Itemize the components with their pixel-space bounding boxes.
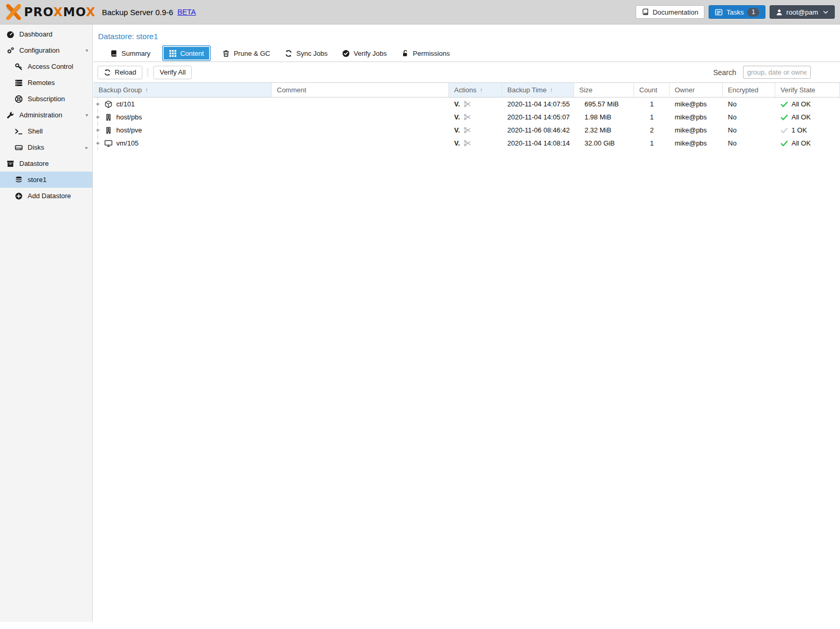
verify-action[interactable]: V. [454, 100, 460, 108]
column-header-verify-state[interactable]: Verify State [775, 83, 840, 97]
sidebar-item-add-datastore[interactable]: Add Datastore [0, 188, 92, 204]
sidebar-item-subscription[interactable]: Subscription [0, 91, 92, 107]
verify-state-text: All OK [792, 113, 811, 121]
verify-action[interactable]: V. [454, 113, 460, 121]
row-expander[interactable]: + [93, 111, 102, 124]
column-header-actions[interactable]: Actions ↑ [449, 83, 502, 97]
dashboard-icon [6, 30, 15, 39]
sidebar-item-remotes[interactable]: Remotes [0, 75, 92, 91]
column-label: Verify State [781, 86, 815, 94]
tab-verify-jobs[interactable]: Verify Jobs [339, 45, 390, 61]
sidebar-item-datastore[interactable]: Datastore [0, 155, 92, 172]
column-header-encrypted[interactable]: Encrypted [723, 83, 775, 97]
column-header-backup-group[interactable]: Backup Group ↑ [93, 83, 272, 97]
backup-group-name: ct/101 [116, 100, 135, 108]
sidebar-item-configuration[interactable]: Configuration ▾ [0, 42, 92, 58]
sidebar-item-label: Remotes [28, 79, 55, 87]
tab-label: Sync Jobs [296, 50, 327, 57]
tab-bar: Summary Content Prune & GC Sync Jobs [93, 41, 840, 62]
row-expander[interactable]: + [93, 98, 102, 111]
terminal-icon [15, 127, 23, 136]
column-label: Comment [277, 86, 306, 94]
beta-link[interactable]: BETA [177, 8, 196, 16]
comment-cell [272, 124, 449, 137]
search-input[interactable] [743, 66, 811, 79]
comment-cell [272, 137, 449, 150]
tasks-button[interactable]: Tasks 1 [709, 5, 765, 19]
column-header-owner[interactable]: Owner [669, 83, 723, 97]
chevron-down-icon [823, 9, 829, 15]
owner-cell: mike@pbs [669, 98, 723, 111]
tab-content[interactable]: Content [162, 45, 211, 61]
page-title: Datastore: store1 [93, 25, 840, 41]
column-header-comment[interactable]: Comment [272, 83, 449, 97]
prune-scissors-icon[interactable] [464, 139, 471, 147]
owner-cell: mike@pbs [669, 124, 723, 137]
column-header-size[interactable]: Size [574, 83, 634, 97]
sidebar-item-dashboard[interactable]: Dashboard [0, 26, 92, 42]
table-row[interactable]: + vm/105 V. 2020-11-04 14:08:14 32.00 Gi… [93, 137, 840, 150]
sidebar-item-administration[interactable]: Administration ▾ [0, 107, 92, 123]
tab-permissions[interactable]: Permissions [398, 45, 453, 61]
tab-prune-gc[interactable]: Prune & GC [219, 45, 273, 61]
sidebar-item-label: Add Datastore [28, 192, 71, 200]
column-header-backup-time[interactable]: Backup Time ↑ [502, 83, 574, 97]
sidebar-item-label: Datastore [19, 160, 48, 167]
size-cell: 695.57 MiB [574, 98, 634, 111]
backup-group-name: vm/105 [116, 139, 139, 147]
verify-action[interactable]: V. [454, 139, 460, 147]
row-expander[interactable]: + [93, 137, 102, 150]
tab-summary[interactable]: Summary [107, 45, 154, 61]
disk-icon [15, 143, 23, 152]
backup-time-cell: 2020-11-06 08:46:42 [502, 124, 574, 137]
sidebar-item-store1[interactable]: store1 [0, 172, 92, 188]
unlock-icon [401, 50, 409, 57]
verify-all-button[interactable]: Verify All [153, 66, 192, 79]
reload-button[interactable]: Reload [98, 66, 142, 79]
column-label: Encrypted [728, 86, 759, 94]
count-cell: 1 [634, 111, 669, 124]
prune-scissors-icon[interactable] [464, 126, 471, 134]
table-row[interactable]: + host/pve V. 2020-11-06 08:46:42 2.32 M… [93, 124, 840, 137]
sidebar-item-shell[interactable]: Shell [0, 123, 92, 139]
verify-action[interactable]: V. [454, 126, 460, 134]
documentation-button[interactable]: Documentation [636, 5, 704, 19]
table-row[interactable]: + ct/101 V. 2020-11-04 14:07:55 695.57 M… [93, 98, 840, 111]
tasks-label: Tasks [726, 8, 744, 16]
tab-label: Permissions [413, 50, 450, 57]
size-cell: 2.32 MiB [574, 124, 634, 137]
expand-arrow-icon[interactable]: ▸ [86, 144, 88, 150]
row-expander[interactable]: + [93, 124, 102, 137]
backup-group-name: host/pbs [116, 113, 142, 121]
sort-asc-icon: ↑ [145, 87, 148, 94]
tab-label: Summary [121, 50, 151, 57]
column-header-count[interactable]: Count [634, 83, 669, 97]
table-row[interactable]: + host/pbs V. 2020-11-04 14:05:07 1.98 M… [93, 111, 840, 124]
user-menu-button[interactable]: root@pam [770, 5, 835, 19]
size-cell: 32.00 GiB [574, 137, 634, 150]
wrench-icon [6, 111, 15, 119]
prune-scissors-icon[interactable] [464, 100, 471, 108]
verify-all-label: Verify All [160, 68, 186, 76]
sidebar-item-label: Configuration [19, 46, 59, 54]
topbar: PROXMOX Backup Server 0.9-6 BETA Documen… [0, 0, 840, 25]
check-icon [781, 114, 788, 121]
tab-label: Prune & GC [234, 50, 270, 57]
topbar-actions: Documentation Tasks 1 root@pam [636, 5, 835, 19]
sidebar-item-label: Access Control [28, 63, 73, 70]
table-header: Backup Group ↑ Comment Actions ↑ Backup … [93, 82, 840, 98]
verify-state-text: All OK [792, 139, 811, 147]
backup-time-cell: 2020-11-04 14:07:55 [502, 98, 574, 111]
sidebar-item-disks[interactable]: Disks ▸ [0, 139, 92, 155]
sidebar-item-access-control[interactable]: Access Control [0, 58, 92, 75]
collapse-arrow-icon[interactable]: ▾ [86, 47, 88, 53]
task-list-icon [715, 8, 723, 16]
sidebar-item-label: Shell [28, 127, 43, 135]
collapse-arrow-icon[interactable]: ▾ [86, 112, 88, 118]
tab-sync-jobs[interactable]: Sync Jobs [282, 45, 331, 61]
prune-scissors-icon[interactable] [464, 113, 471, 121]
sidebar-item-label: Dashboard [19, 30, 53, 38]
host-building-icon [104, 126, 113, 135]
proxmox-x-icon [5, 4, 22, 20]
sidebar: Dashboard Configuration ▾ Access Control… [0, 25, 93, 622]
